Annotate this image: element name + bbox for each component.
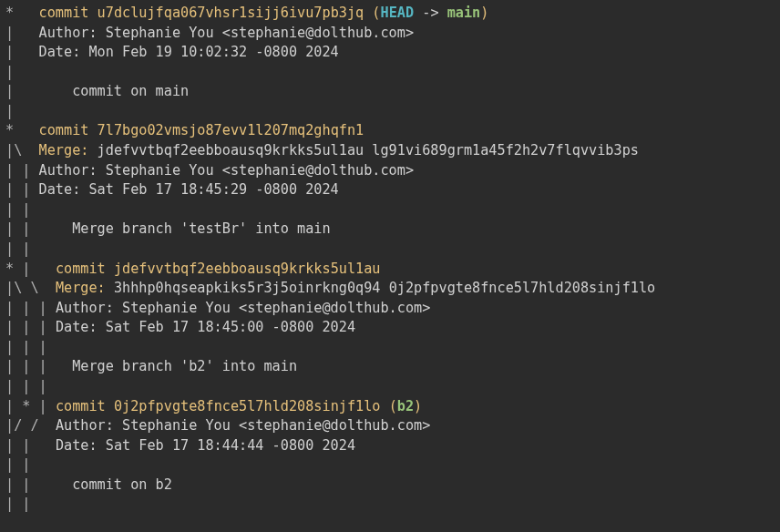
line-text: Date: Sat Feb 17 18:45:29 -0800 2024	[39, 181, 339, 198]
graph-segment: | |	[5, 201, 39, 218]
commit-body-line: |	[5, 102, 775, 122]
graph-segment: | |	[5, 181, 39, 198]
commit-body-line: | | Author: Stephanie You <stephanie@dol…	[5, 161, 775, 181]
graph-segment: | | |	[5, 358, 72, 374]
commit-body-line: | Date: Mon Feb 19 10:02:32 -0800 2024	[5, 43, 775, 63]
commit-body-line: | | | Author: Stephanie You <stephanie@d…	[5, 299, 775, 319]
graph-segment: |	[5, 83, 72, 99]
commit-head-line: | * | commit 0j2pfpvgte8fnce5l7hld208sin…	[5, 397, 775, 417]
commit-head-line: * commit u7dclujfqa067vhsr1sijj6ivu7pb3j…	[5, 4, 775, 24]
commit-keyword: commit	[56, 398, 106, 414]
line-text: Merge branch 'b2' into main	[72, 358, 297, 374]
commit-body-line: | | Date: Sat Feb 17 18:44:44 -0800 2024	[5, 436, 775, 456]
line-text: Author: Stephanie You <stephanie@dolthub…	[56, 417, 430, 434]
graph-segment: | |	[5, 476, 72, 493]
graph-segment: |	[5, 44, 39, 60]
graph-segment: |	[5, 64, 39, 80]
commit-body-line: | | | Date: Sat Feb 17 18:45:00 -0800 20…	[5, 318, 775, 338]
commit-body-line: |\ \ Merge: 3hhhp0hqseapkiks5r3j5oinrkng…	[5, 279, 775, 299]
commit-hash: jdefvvtbqf2eebboausq9krkks5ul1au	[114, 261, 381, 277]
commit-body-line: |\ Merge: jdefvvtbqf2eebboausq9krkks5ul1…	[5, 141, 775, 161]
commit-body-line: | commit on main	[5, 82, 775, 102]
commit-body-line: | |	[5, 240, 775, 260]
line-text: Date: Sat Feb 17 18:44:44 -0800 2024	[56, 437, 355, 454]
graph-segment: *	[5, 122, 39, 138]
commit-body-line: | Author: Stephanie You <stephanie@dolth…	[5, 24, 775, 44]
line-text: commit on b2	[72, 476, 172, 493]
graph-segment: |\ \	[5, 280, 56, 296]
graph-segment: | * |	[5, 398, 56, 414]
line-text: Author: Stephanie You <stephanie@dolthub…	[39, 25, 414, 41]
line-text: jdefvvtbqf2eebboausq9krkks5ul1au lg91vi6…	[98, 142, 639, 159]
ref-head: HEAD	[381, 5, 415, 21]
commit-body-line: |/ / Author: Stephanie You <stephanie@do…	[5, 416, 775, 436]
graph-segment: *	[5, 5, 39, 21]
commit-body-line: | | | Merge branch 'b2' into main	[5, 357, 775, 377]
line-text: Merge branch 'testBr' into main	[72, 220, 330, 237]
line-text: Date: Mon Feb 19 10:02:32 -0800 2024	[39, 44, 339, 60]
line-text: commit on main	[72, 83, 189, 99]
commit-body-line: | |	[5, 495, 775, 515]
graph-segment: |	[5, 103, 39, 119]
terminal-output: * commit u7dclujfqa067vhsr1sijj6ivu7pb3j…	[0, 0, 780, 518]
commit-body-line: | | |	[5, 338, 775, 358]
commit-keyword: commit	[56, 261, 106, 277]
graph-segment: | | |	[5, 378, 56, 394]
graph-segment: | | |	[5, 319, 56, 335]
commit-keyword: commit	[39, 5, 89, 21]
ref-branch: main	[447, 5, 481, 21]
commit-body-line: | | Merge branch 'testBr' into main	[5, 220, 775, 240]
graph-segment: | |	[5, 162, 39, 179]
commit-body-line: | | Date: Sat Feb 17 18:45:29 -0800 2024	[5, 180, 775, 200]
commit-head-line: * commit 7l7bgo02vmsjo87evv1l207mq2ghqfn…	[5, 121, 775, 141]
commit-body-line: |	[5, 63, 775, 83]
line-text: 3hhhp0hqseapkiks5r3j5oinrkng0q94 0j2pfpv…	[114, 280, 655, 296]
graph-segment: |/ /	[5, 417, 56, 434]
merge-keyword: Merge:	[56, 280, 114, 296]
commit-hash: 0j2pfpvgte8fnce5l7hld208sinjf1lo	[114, 398, 381, 414]
graph-segment: | |	[5, 240, 56, 257]
merge-keyword: Merge:	[39, 142, 98, 159]
commit-hash: u7dclujfqa067vhsr1sijj6ivu7pb3jq	[98, 5, 364, 21]
graph-segment: |\	[5, 142, 39, 159]
commit-body-line: | | |	[5, 377, 775, 397]
commit-keyword: commit	[39, 122, 89, 138]
graph-segment: | |	[5, 220, 72, 237]
commit-body-line: | | commit on b2	[5, 476, 775, 496]
commit-body-line: | |	[5, 200, 775, 220]
graph-segment: |	[5, 25, 39, 41]
graph-segment: | |	[5, 437, 56, 454]
ref-branch: b2	[397, 398, 414, 414]
line-text: Author: Stephanie You <stephanie@dolthub…	[39, 162, 414, 179]
line-text: Author: Stephanie You <stephanie@dolthub…	[56, 300, 430, 316]
graph-segment: | |	[5, 496, 56, 512]
graph-segment: * |	[5, 261, 56, 277]
line-text: Date: Sat Feb 17 18:45:00 -0800 2024	[56, 319, 355, 335]
commit-head-line: * | commit jdefvvtbqf2eebboausq9krkks5ul…	[5, 260, 775, 280]
graph-segment: | |	[5, 456, 56, 473]
commit-body-line: | |	[5, 455, 775, 476]
graph-segment: | | |	[5, 300, 56, 316]
graph-segment: | | |	[5, 339, 56, 355]
commit-hash: 7l7bgo02vmsjo87evv1l207mq2ghqfn1	[98, 122, 364, 138]
